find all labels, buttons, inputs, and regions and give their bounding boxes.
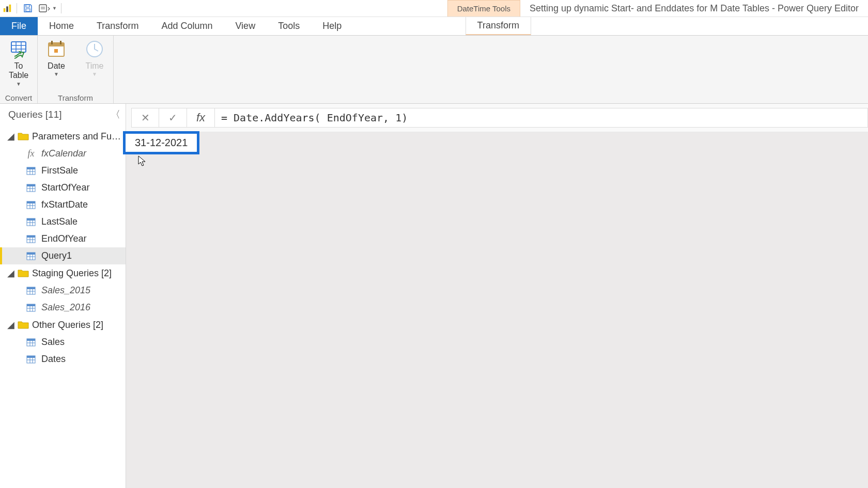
folder-other[interactable]: ◢ Other Queries [2] bbox=[0, 316, 126, 334]
tab-help[interactable]: Help bbox=[311, 17, 353, 35]
query-item-startofyear[interactable]: StartOfYear bbox=[0, 179, 126, 196]
folder-label: Other Queries [2] bbox=[32, 320, 103, 330]
query-item-sales2016[interactable]: Sales_2016 bbox=[0, 299, 126, 316]
query-label: FirstSale bbox=[41, 165, 78, 176]
chevron-down-icon: ▼ bbox=[92, 73, 97, 75]
mouse-cursor-icon bbox=[137, 155, 148, 170]
title-bar: ▼ DateTime Tools Setting up dynamic Star… bbox=[0, 0, 868, 17]
svg-rect-28 bbox=[27, 304, 35, 306]
svg-rect-24 bbox=[27, 253, 35, 255]
close-icon: ✕ bbox=[141, 112, 150, 124]
svg-rect-26 bbox=[27, 287, 35, 289]
svg-rect-6 bbox=[11, 42, 26, 52]
ribbon-group-label: Transform bbox=[42, 92, 109, 102]
table-icon bbox=[26, 200, 36, 210]
svg-rect-2 bbox=[9, 5, 11, 12]
formula-input[interactable]: = Date.AddYears( EndOfYear, 1) bbox=[215, 108, 868, 128]
quick-access-toolbar: ▼ bbox=[0, 0, 65, 17]
qat-separator bbox=[17, 3, 17, 13]
collapse-panel-icon[interactable]: 〈 bbox=[111, 108, 120, 121]
folder-label: Parameters and Fu… bbox=[32, 131, 121, 142]
query-label: EndOfYear bbox=[41, 233, 86, 244]
ribbon-group-transform: Date ▼ Time ▼ Transform bbox=[38, 36, 114, 103]
query-item-sales[interactable]: Sales bbox=[0, 334, 126, 351]
document-title: Setting up dynamic Start- and Enddates f… bbox=[520, 0, 868, 17]
qat-separator-2 bbox=[61, 3, 61, 13]
query-item-lastsale[interactable]: LastSale bbox=[0, 213, 126, 230]
tab-tools[interactable]: Tools bbox=[267, 17, 311, 35]
query-label: fxCalendar bbox=[41, 148, 86, 159]
to-table-icon bbox=[8, 39, 29, 59]
query-item-fxstartdate[interactable]: fxStartDate bbox=[0, 196, 126, 213]
svg-rect-18 bbox=[27, 201, 35, 203]
formula-bar: ✕ ✓ fx = Date.AddYears( EndOfYear, 1) bbox=[126, 104, 868, 132]
main-area: Queries [11] 〈 ◢ Parameters and Fu… fx f… bbox=[0, 104, 868, 488]
table-icon bbox=[26, 355, 36, 364]
clock-icon bbox=[84, 39, 105, 59]
queries-tree: ◢ Parameters and Fu… fx fxCalendar First… bbox=[0, 128, 126, 368]
fx-button[interactable]: fx bbox=[187, 108, 215, 128]
svg-rect-20 bbox=[27, 218, 35, 221]
contextual-tool-label: DateTime Tools bbox=[447, 0, 520, 17]
tab-home[interactable]: Home bbox=[38, 17, 85, 35]
query-item-firstsale[interactable]: FirstSale bbox=[0, 162, 126, 179]
collapse-icon: ◢ bbox=[7, 131, 14, 142]
table-icon bbox=[26, 303, 36, 312]
time-button[interactable]: Time ▼ bbox=[80, 38, 109, 76]
cancel-formula-button[interactable]: ✕ bbox=[131, 108, 159, 128]
folder-label: Staging Queries [2] bbox=[32, 268, 112, 279]
folder-staging[interactable]: ◢ Staging Queries [2] bbox=[0, 264, 126, 282]
table-icon bbox=[26, 183, 36, 193]
table-icon bbox=[26, 338, 36, 347]
query-label: fxStartDate bbox=[41, 199, 88, 210]
date-button[interactable]: Date ▼ bbox=[42, 38, 71, 76]
to-table-button[interactable]: To Table ▼ bbox=[4, 38, 33, 86]
calendar-icon bbox=[46, 39, 67, 59]
queries-title: Queries [11] bbox=[8, 109, 62, 120]
svg-rect-10 bbox=[60, 41, 61, 44]
tab-add-column[interactable]: Add Column bbox=[150, 17, 224, 35]
svg-rect-4 bbox=[26, 9, 30, 11]
save-icon[interactable] bbox=[21, 2, 35, 15]
collapse-icon: ◢ bbox=[7, 267, 14, 279]
ribbon-tabs: File Home Transform Add Column View Tool… bbox=[0, 17, 868, 36]
table-icon bbox=[26, 166, 36, 176]
accept-formula-button[interactable]: ✓ bbox=[159, 108, 187, 128]
folder-icon bbox=[18, 320, 29, 329]
query-label: Sales_2015 bbox=[41, 285, 90, 296]
content-area: ✕ ✓ fx = Date.AddYears( EndOfYear, 1) 31… bbox=[126, 104, 868, 488]
query-item-endofyear[interactable]: EndOfYear bbox=[0, 230, 126, 247]
svg-rect-22 bbox=[27, 235, 35, 238]
table-icon bbox=[26, 286, 36, 295]
result-value[interactable]: 31-12-2021 bbox=[123, 131, 199, 154]
ribbon: To Table ▼ Convert Date ▼ bbox=[0, 36, 868, 104]
svg-rect-8 bbox=[49, 43, 64, 46]
tab-contextual-transform[interactable]: Transform bbox=[466, 17, 531, 35]
query-item-dates[interactable]: Dates bbox=[0, 351, 126, 368]
qat-dropdown-caret[interactable]: ▼ bbox=[52, 6, 57, 11]
svg-rect-9 bbox=[51, 41, 53, 44]
tab-view[interactable]: View bbox=[224, 17, 267, 35]
collapse-icon: ◢ bbox=[7, 319, 14, 330]
queries-panel: Queries [11] 〈 ◢ Parameters and Fu… fx f… bbox=[0, 104, 126, 488]
chevron-down-icon: ▼ bbox=[16, 83, 21, 85]
svg-rect-32 bbox=[27, 356, 35, 358]
ribbon-group-convert: To Table ▼ Convert bbox=[0, 36, 38, 103]
query-item-fxcalendar[interactable]: fx fxCalendar bbox=[0, 145, 126, 162]
tab-file[interactable]: File bbox=[0, 17, 38, 35]
tab-transform[interactable]: Transform bbox=[85, 17, 150, 35]
ribbon-group-label: Convert bbox=[4, 92, 33, 102]
query-item-query1[interactable]: Query1 bbox=[0, 247, 126, 264]
folder-parameters[interactable]: ◢ Parameters and Fu… bbox=[0, 128, 126, 145]
function-icon: fx bbox=[26, 149, 36, 159]
undo-dropdown-icon[interactable] bbox=[38, 2, 51, 15]
svg-rect-30 bbox=[27, 339, 35, 341]
query-label: LastSale bbox=[41, 216, 78, 227]
query-item-sales2015[interactable]: Sales_2015 bbox=[0, 282, 126, 299]
svg-rect-16 bbox=[27, 184, 35, 186]
query-label: Sales bbox=[41, 337, 65, 348]
preview-area: 31-12-2021 bbox=[126, 132, 868, 488]
svg-rect-14 bbox=[27, 167, 35, 169]
table-icon bbox=[26, 217, 36, 227]
fx-icon: fx bbox=[196, 111, 205, 124]
